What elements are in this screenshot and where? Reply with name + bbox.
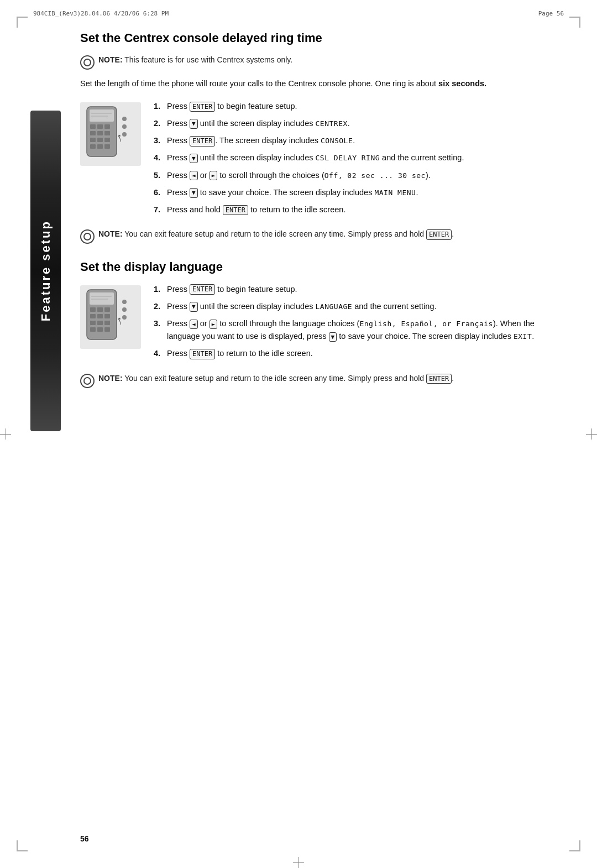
section2-steps-list: 1. Press ENTER to begin feature setup. 2… xyxy=(154,283,558,365)
note3-prefix: NOTE: xyxy=(98,374,123,383)
svg-rect-12 xyxy=(97,138,103,142)
svg-rect-33 xyxy=(97,321,103,325)
svg-rect-28 xyxy=(104,307,110,312)
screen-exit: EXIT xyxy=(514,332,532,341)
key-down-2: ▼ xyxy=(190,154,198,163)
step-2-4: 4. Press ENTER to return to the idle scr… xyxy=(154,347,558,360)
section1-phone-image: ↑ xyxy=(80,102,144,168)
corner-mark-bl xyxy=(17,840,28,851)
note1-prefix: NOTE: xyxy=(98,55,123,64)
step-1-1: 1. Press ENTER to begin feature setup. xyxy=(154,100,558,113)
sidebar-label: Feature setup xyxy=(39,220,53,321)
section2-phone-image: ↑ xyxy=(80,285,144,351)
svg-rect-26 xyxy=(90,307,96,312)
svg-rect-34 xyxy=(104,321,110,325)
key-enter-note3: ENTER xyxy=(426,374,452,384)
section1-steps-row: ↑ 1. Press ENTER to begin feature setup.… xyxy=(80,100,558,221)
svg-rect-5 xyxy=(90,124,96,129)
key-down-s2: ▼ xyxy=(190,302,198,311)
svg-rect-8 xyxy=(90,131,96,135)
svg-rect-30 xyxy=(97,314,103,318)
svg-rect-10 xyxy=(104,131,110,135)
svg-rect-2 xyxy=(90,109,114,122)
note2-icon xyxy=(80,229,95,244)
corner-mark-tl xyxy=(17,17,28,28)
svg-rect-35 xyxy=(90,327,96,332)
screen-csl: CSL DELAY RING xyxy=(316,154,380,162)
section2-title: Set the display language xyxy=(80,259,558,275)
svg-point-39 xyxy=(122,307,127,312)
svg-point-19 xyxy=(122,132,127,137)
key-right-1: ► xyxy=(210,171,218,180)
screen-main-menu: MAIN MENU xyxy=(374,189,416,197)
step-2-1: 1. Press ENTER to begin feature setup. xyxy=(154,283,558,296)
key-enter-2: ENTER xyxy=(190,136,215,147)
phone-svg-2: ↑ xyxy=(80,285,141,349)
svg-rect-13 xyxy=(104,138,110,142)
svg-rect-11 xyxy=(90,138,96,142)
screen-console: CONSOLE xyxy=(321,137,353,145)
key-enter-1: ENTER xyxy=(190,102,215,112)
svg-point-18 xyxy=(122,124,127,129)
svg-rect-36 xyxy=(97,327,103,332)
step-1-5: 5. Press ◄ or ► to scroll through the ch… xyxy=(154,169,558,182)
header-left: 984CIB_(Rev3)28.04.06 4/28/06 6:28 PM xyxy=(33,10,169,17)
crosshair-right xyxy=(586,428,597,440)
screen-lang-choices: English, Español, or Français xyxy=(359,320,493,328)
crosshair-left xyxy=(0,428,11,440)
svg-point-40 xyxy=(122,315,127,320)
svg-rect-29 xyxy=(90,314,96,318)
key-down-s2-save: ▼ xyxy=(329,332,337,342)
key-right-s2: ► xyxy=(210,320,218,329)
svg-rect-15 xyxy=(97,144,103,149)
key-enter-3: ENTER xyxy=(223,205,248,216)
section2-note: NOTE: You can exit feature setup and ret… xyxy=(80,373,558,388)
screen-language: LANGUAGE xyxy=(316,302,353,311)
screen-choices-1: Off, 02 sec ... 30 sec xyxy=(324,171,426,180)
step-1-4: 4. Press ▼ until the screen display incl… xyxy=(154,151,558,164)
note3-icon xyxy=(80,374,95,388)
section1-title: Set the Centrex console delayed ring tim… xyxy=(80,30,558,46)
page-number: 56 xyxy=(80,834,89,843)
phone-svg-1: ↑ xyxy=(80,102,141,166)
svg-rect-6 xyxy=(97,124,103,129)
key-left-1: ◄ xyxy=(190,171,198,180)
crosshair-bottom xyxy=(293,857,304,868)
header: 984CIB_(Rev3)28.04.06 4/28/06 6:28 PM Pa… xyxy=(33,10,564,17)
svg-rect-27 xyxy=(97,307,103,312)
key-down-3: ▼ xyxy=(190,188,198,197)
step-1-2: 2. Press ▼ until the screen display incl… xyxy=(154,117,558,130)
note3-text: NOTE: You can exit feature setup and ret… xyxy=(98,373,454,384)
svg-rect-31 xyxy=(104,314,110,318)
screen-centrex: CENTREX xyxy=(316,119,348,128)
svg-point-38 xyxy=(122,300,127,304)
key-down-1: ▼ xyxy=(190,119,198,128)
corner-mark-br xyxy=(569,840,580,851)
svg-rect-23 xyxy=(90,292,114,305)
note2-text: NOTE: You can exit feature setup and ret… xyxy=(98,228,454,240)
section1-note2: NOTE: You can exit feature setup and ret… xyxy=(80,228,558,244)
svg-rect-32 xyxy=(90,321,96,325)
note1-body: This feature is for use with Centrex sys… xyxy=(123,55,293,64)
svg-rect-9 xyxy=(97,131,103,135)
key-enter-note2: ENTER xyxy=(426,229,452,240)
svg-rect-7 xyxy=(104,124,110,129)
section1-note1: NOTE: This feature is for use with Centr… xyxy=(80,54,558,70)
header-right: Page 56 xyxy=(538,10,564,17)
svg-point-17 xyxy=(122,117,127,121)
step-1-6: 6. Press ▼ to save your choice. The scre… xyxy=(154,186,558,199)
section2-steps-row: ↑ 1. Press ENTER to begin feature setup.… xyxy=(80,283,558,365)
svg-rect-14 xyxy=(90,144,96,149)
note1-text: NOTE: This feature is for use with Centr… xyxy=(98,54,292,66)
step-2-2: 2. Press ▼ until the screen display incl… xyxy=(154,300,558,313)
step-1-7: 7. Press and hold ENTER to return to the… xyxy=(154,203,558,216)
section1-steps-list: 1. Press ENTER to begin feature setup. 2… xyxy=(154,100,558,221)
sidebar-tab: Feature setup xyxy=(30,111,61,431)
step-2-3: 3. Press ◄ or ► to scroll through the la… xyxy=(154,317,558,343)
svg-rect-16 xyxy=(104,144,110,149)
svg-rect-37 xyxy=(104,327,110,332)
main-content: Set the Centrex console delayed ring tim… xyxy=(80,30,558,404)
section1-intro: Set the length of time the phone will ro… xyxy=(80,77,558,90)
corner-mark-tr xyxy=(569,17,580,28)
note1-icon xyxy=(80,55,95,70)
